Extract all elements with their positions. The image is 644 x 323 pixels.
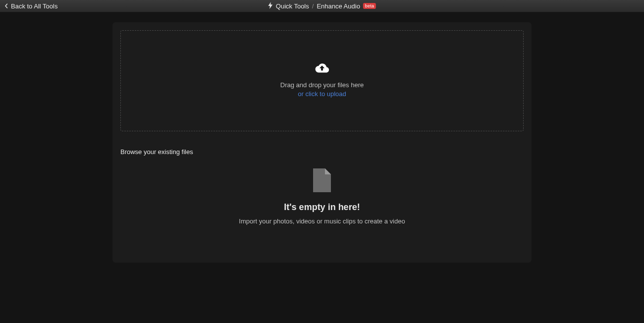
bolt-icon xyxy=(268,2,273,10)
breadcrumb-root[interactable]: Quick Tools xyxy=(276,2,309,10)
main-card: Drag and drop your files here or click t… xyxy=(112,22,532,263)
dropzone-line1: Drag and drop your files here xyxy=(280,81,364,90)
cloud-upload-icon xyxy=(315,63,329,81)
browse-existing-label: Browse your existing files xyxy=(120,148,524,156)
empty-state: It's empty in here! Import your photos, … xyxy=(120,168,524,225)
click-to-upload-link[interactable]: or click to upload xyxy=(280,90,364,99)
back-to-all-tools-link[interactable]: Back to All Tools xyxy=(4,2,57,10)
header-bar: Back to All Tools Quick Tools / Enhance … xyxy=(0,0,644,12)
back-label: Back to All Tools xyxy=(11,2,57,10)
dropzone-text: Drag and drop your files here or click t… xyxy=(280,81,364,99)
file-dropzone[interactable]: Drag and drop your files here or click t… xyxy=(120,30,524,131)
beta-badge: beta xyxy=(363,3,376,9)
file-icon xyxy=(120,168,524,194)
breadcrumb-separator: / xyxy=(312,2,314,10)
empty-title: It's empty in here! xyxy=(120,202,524,213)
empty-subtitle: Import your photos, videos or music clip… xyxy=(120,217,524,225)
chevron-left-icon xyxy=(4,2,9,10)
breadcrumb-current: Enhance Audio xyxy=(317,2,360,10)
breadcrumb: Quick Tools / Enhance Audio beta xyxy=(268,2,376,10)
